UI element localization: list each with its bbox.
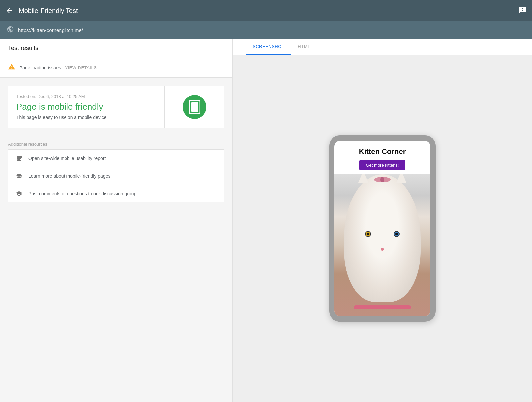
school-icon2 [15,190,23,197]
tab-html[interactable]: HTML [291,39,317,55]
report-icon [15,155,23,162]
resource-label: Open site-wide mobile usability report [28,156,106,161]
resources-card: Open site-wide mobile usability report L… [8,149,224,202]
cat-image [334,174,430,316]
page-loading-label: Page loading issues [19,65,61,70]
page-title: Mobile-Friendly Test [19,7,519,15]
phone-site-content: Kitten Corner Get more kittens! [334,141,430,174]
mobile-friendly-title: Page is mobile friendly [16,102,156,112]
globe-icon [7,26,14,35]
tab-screenshot[interactable]: SCREENSHOT [246,39,291,55]
right-panel: SCREENSHOT HTML Kitten Corner Get more k… [233,39,532,402]
additional-resources-heading: Additional resources [8,142,224,147]
test-results-heading: Test results [0,39,232,58]
result-card-content: Tested on: Dec 6, 2018 at 10:25 AM Page … [8,86,164,128]
svg-rect-1 [191,102,198,112]
result-card-icon [164,86,224,128]
list-item[interactable]: Learn more about mobile-friendly pages [8,167,224,185]
list-item[interactable]: Post comments or questions to our discus… [8,185,224,202]
left-panel: Test results Page loading issues VIEW DE… [0,39,233,402]
page-loading-bar: Page loading issues VIEW DETAILS [0,58,232,78]
address-bar: https://kitten-corner.glitch.me/ [0,21,532,39]
feedback-icon[interactable] [519,6,527,16]
main-content: Test results Page loading issues VIEW DE… [0,39,532,402]
phone-mockup: Kitten Corner Get more kittens! [329,135,436,322]
resource-label: Learn more about mobile-friendly pages [28,173,110,179]
mobile-friendly-icon [183,95,206,119]
screenshot-tabs: SCREENSHOT HTML [233,39,532,55]
screenshot-content: Kitten Corner Get more kittens! [233,55,532,402]
back-button[interactable] [5,7,13,15]
result-section: Tested on: Dec 6, 2018 at 10:25 AM Page … [0,78,232,142]
view-details-link[interactable]: VIEW DETAILS [65,65,97,70]
resource-label: Post comments or questions to our discus… [28,191,136,196]
mobile-friendly-description: This page is easy to use on a mobile dev… [16,115,156,120]
top-bar: Mobile-Friendly Test [0,0,532,21]
get-kittens-button[interactable]: Get more kittens! [359,160,406,170]
phone-screen: Kitten Corner Get more kittens! [334,141,430,316]
list-item[interactable]: Open site-wide mobile usability report [8,150,224,167]
warning-icon [8,63,15,72]
result-card: Tested on: Dec 6, 2018 at 10:25 AM Page … [8,86,224,128]
url-display: https://kitten-corner.glitch.me/ [18,27,83,33]
school-icon [15,173,23,179]
site-title: Kitten Corner [359,147,406,156]
tested-on-label: Tested on: Dec 6, 2018 at 10:25 AM [16,94,156,99]
additional-resources: Additional resources Open site-wide mobi… [0,142,232,202]
